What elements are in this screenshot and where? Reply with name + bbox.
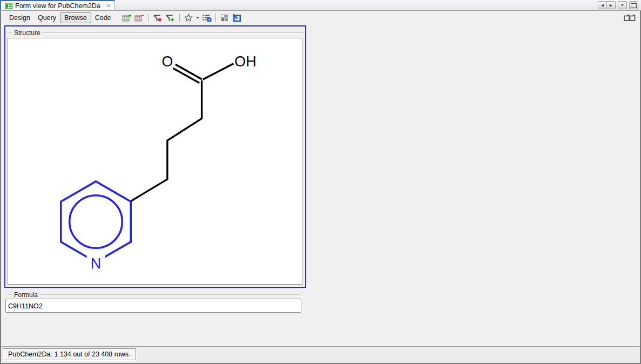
formula-label: Formula [12, 291, 40, 299]
formula-group: Formula [5, 291, 301, 313]
structure-label: Structure [12, 29, 43, 37]
atom-label-oh: OH [234, 53, 256, 70]
tab-scroll-right-button[interactable]: ▶ [606, 1, 616, 9]
structure-field[interactable]: O OH N [8, 38, 302, 285]
tab-bar: Form view for PubChem2Da ✕ ◀ ▶ ▼ [0, 0, 641, 11]
tab-browse[interactable]: Browse [60, 12, 91, 23]
toolbar: Design Query Browse Code [1, 11, 640, 25]
tab-scroll-left-button[interactable]: ◀ [598, 1, 607, 9]
form-view-icon [5, 3, 12, 9]
funnel-plus-icon [165, 14, 175, 22]
toolbar-separator [118, 14, 118, 22]
reference-views-button[interactable] [622, 12, 636, 23]
list-save-icon [201, 14, 212, 22]
add-record-button[interactable] [121, 12, 133, 23]
tab-title: Form view for PubChem2Da [15, 2, 100, 10]
structure-panel: Structure [4, 25, 306, 288]
molecule-structure: O OH N [8, 38, 302, 284]
edit-pencil-icon [232, 14, 242, 22]
formula-field[interactable] [5, 299, 301, 313]
close-icon[interactable]: ✕ [106, 3, 111, 9]
status-bar: PubChem2Da: 1 134 out of 23 408 rows. [1, 346, 640, 363]
grid-icon [220, 14, 229, 22]
maximize-button[interactable] [629, 1, 638, 9]
toolbar-separator [149, 14, 149, 22]
table-minus-icon [134, 14, 144, 22]
book-icon [623, 14, 636, 22]
maximize-icon [631, 3, 637, 8]
status-text: PubChem2Da: 1 134 out of 23 408 rows. [8, 350, 131, 358]
tab-design[interactable]: Design [5, 12, 34, 23]
tab-query[interactable]: Query [34, 12, 60, 23]
formula-titled-border: Formula [5, 291, 301, 299]
add-filter-button[interactable] [164, 12, 177, 23]
funnel-dot-icon [153, 14, 163, 22]
left-arrow-icon: ◀ [601, 3, 604, 8]
table-plus-icon [122, 14, 132, 22]
form-content: Structure [1, 25, 640, 347]
window-body: Design Query Browse Code [0, 11, 641, 364]
delete-record-button[interactable] [133, 12, 146, 23]
star-icon [184, 14, 193, 22]
row-count-status: PubChem2Da: 1 134 out of 23 408 rows. [3, 348, 136, 360]
tab-code[interactable]: Code [91, 12, 115, 23]
chevron-down-icon [196, 17, 199, 19]
atom-label-n: N [91, 255, 101, 272]
structure-titled-border: Structure [5, 29, 305, 37]
favorites-dropdown-button[interactable] [195, 12, 200, 23]
tab-bar-controls: ◀ ▶ ▼ [598, 0, 641, 10]
right-arrow-icon: ▶ [610, 3, 612, 8]
tab-form-view[interactable]: Form view for PubChem2Da ✕ [0, 0, 115, 10]
toolbar-separator [179, 14, 180, 22]
chevron-down-icon: ▼ [620, 3, 624, 7]
edit-form-button[interactable] [231, 12, 244, 23]
filter-indicator-button[interactable] [152, 12, 164, 23]
tab-list-dropdown-button[interactable]: ▼ [618, 1, 627, 9]
layout-grid-button[interactable] [219, 12, 231, 23]
toolbar-separator [215, 14, 216, 22]
detail-view-button[interactable] [200, 12, 213, 23]
atom-label-o: O [161, 53, 173, 70]
favorites-button[interactable] [183, 12, 195, 23]
